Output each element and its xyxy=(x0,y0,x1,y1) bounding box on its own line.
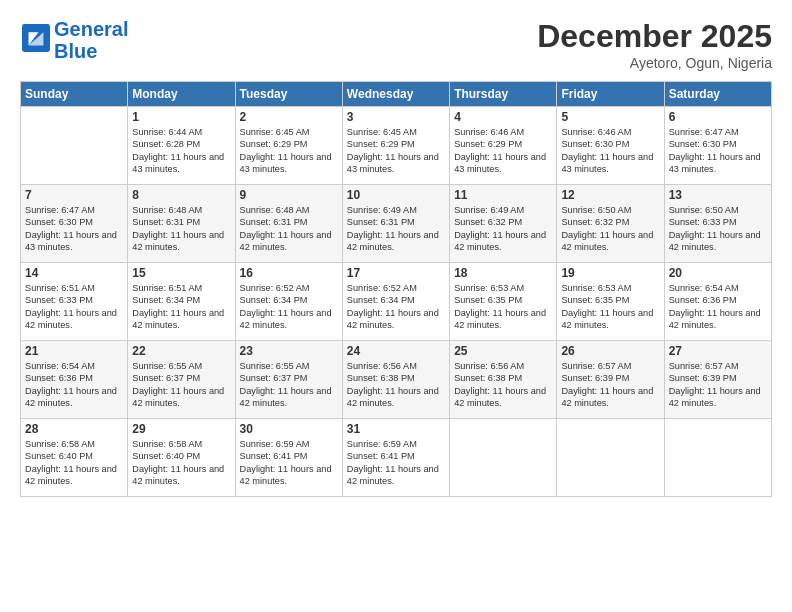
day-info: Sunrise: 6:58 AMSunset: 6:40 PMDaylight:… xyxy=(25,438,123,488)
day-cell: 10Sunrise: 6:49 AMSunset: 6:31 PMDayligh… xyxy=(342,185,449,263)
title-block: December 2025 Ayetoro, Ogun, Nigeria xyxy=(537,18,772,71)
day-number: 11 xyxy=(454,188,552,202)
day-header-wednesday: Wednesday xyxy=(342,82,449,107)
day-number: 20 xyxy=(669,266,767,280)
day-number: 3 xyxy=(347,110,445,124)
day-cell: 20Sunrise: 6:54 AMSunset: 6:36 PMDayligh… xyxy=(664,263,771,341)
day-number: 13 xyxy=(669,188,767,202)
day-info: Sunrise: 6:53 AMSunset: 6:35 PMDaylight:… xyxy=(561,282,659,332)
day-info: Sunrise: 6:50 AMSunset: 6:33 PMDaylight:… xyxy=(669,204,767,254)
day-info: Sunrise: 6:56 AMSunset: 6:38 PMDaylight:… xyxy=(347,360,445,410)
day-info: Sunrise: 6:48 AMSunset: 6:31 PMDaylight:… xyxy=(240,204,338,254)
day-number: 16 xyxy=(240,266,338,280)
day-cell: 12Sunrise: 6:50 AMSunset: 6:32 PMDayligh… xyxy=(557,185,664,263)
day-info: Sunrise: 6:45 AMSunset: 6:29 PMDaylight:… xyxy=(347,126,445,176)
day-cell: 15Sunrise: 6:51 AMSunset: 6:34 PMDayligh… xyxy=(128,263,235,341)
day-number: 10 xyxy=(347,188,445,202)
day-number: 25 xyxy=(454,344,552,358)
day-header-monday: Monday xyxy=(128,82,235,107)
day-info: Sunrise: 6:52 AMSunset: 6:34 PMDaylight:… xyxy=(240,282,338,332)
day-info: Sunrise: 6:49 AMSunset: 6:32 PMDaylight:… xyxy=(454,204,552,254)
day-cell: 19Sunrise: 6:53 AMSunset: 6:35 PMDayligh… xyxy=(557,263,664,341)
day-number: 29 xyxy=(132,422,230,436)
day-number: 5 xyxy=(561,110,659,124)
day-cell xyxy=(21,107,128,185)
day-cell: 4Sunrise: 6:46 AMSunset: 6:29 PMDaylight… xyxy=(450,107,557,185)
day-cell: 13Sunrise: 6:50 AMSunset: 6:33 PMDayligh… xyxy=(664,185,771,263)
week-row-4: 28Sunrise: 6:58 AMSunset: 6:40 PMDayligh… xyxy=(21,419,772,497)
month-title: December 2025 xyxy=(537,18,772,55)
week-row-0: 1Sunrise: 6:44 AMSunset: 6:28 PMDaylight… xyxy=(21,107,772,185)
day-cell: 28Sunrise: 6:58 AMSunset: 6:40 PMDayligh… xyxy=(21,419,128,497)
day-cell: 25Sunrise: 6:56 AMSunset: 6:38 PMDayligh… xyxy=(450,341,557,419)
day-cell: 6Sunrise: 6:47 AMSunset: 6:30 PMDaylight… xyxy=(664,107,771,185)
week-row-3: 21Sunrise: 6:54 AMSunset: 6:36 PMDayligh… xyxy=(21,341,772,419)
day-number: 1 xyxy=(132,110,230,124)
day-info: Sunrise: 6:47 AMSunset: 6:30 PMDaylight:… xyxy=(25,204,123,254)
day-number: 8 xyxy=(132,188,230,202)
day-number: 17 xyxy=(347,266,445,280)
logo-text-blue: Blue xyxy=(54,40,128,62)
day-cell: 21Sunrise: 6:54 AMSunset: 6:36 PMDayligh… xyxy=(21,341,128,419)
calendar-table: SundayMondayTuesdayWednesdayThursdayFrid… xyxy=(20,81,772,497)
day-number: 12 xyxy=(561,188,659,202)
day-cell: 26Sunrise: 6:57 AMSunset: 6:39 PMDayligh… xyxy=(557,341,664,419)
day-info: Sunrise: 6:44 AMSunset: 6:28 PMDaylight:… xyxy=(132,126,230,176)
day-number: 27 xyxy=(669,344,767,358)
day-number: 21 xyxy=(25,344,123,358)
day-cell: 30Sunrise: 6:59 AMSunset: 6:41 PMDayligh… xyxy=(235,419,342,497)
day-info: Sunrise: 6:45 AMSunset: 6:29 PMDaylight:… xyxy=(240,126,338,176)
day-cell: 8Sunrise: 6:48 AMSunset: 6:31 PMDaylight… xyxy=(128,185,235,263)
day-cell: 29Sunrise: 6:58 AMSunset: 6:40 PMDayligh… xyxy=(128,419,235,497)
day-cell: 2Sunrise: 6:45 AMSunset: 6:29 PMDaylight… xyxy=(235,107,342,185)
day-info: Sunrise: 6:58 AMSunset: 6:40 PMDaylight:… xyxy=(132,438,230,488)
day-cell: 5Sunrise: 6:46 AMSunset: 6:30 PMDaylight… xyxy=(557,107,664,185)
day-cell: 27Sunrise: 6:57 AMSunset: 6:39 PMDayligh… xyxy=(664,341,771,419)
day-cell: 7Sunrise: 6:47 AMSunset: 6:30 PMDaylight… xyxy=(21,185,128,263)
header: General Blue December 2025 Ayetoro, Ogun… xyxy=(20,18,772,71)
day-info: Sunrise: 6:51 AMSunset: 6:33 PMDaylight:… xyxy=(25,282,123,332)
day-cell: 9Sunrise: 6:48 AMSunset: 6:31 PMDaylight… xyxy=(235,185,342,263)
logo-text: General xyxy=(54,18,128,40)
day-info: Sunrise: 6:49 AMSunset: 6:31 PMDaylight:… xyxy=(347,204,445,254)
day-number: 15 xyxy=(132,266,230,280)
day-cell: 22Sunrise: 6:55 AMSunset: 6:37 PMDayligh… xyxy=(128,341,235,419)
day-number: 7 xyxy=(25,188,123,202)
day-number: 2 xyxy=(240,110,338,124)
day-number: 18 xyxy=(454,266,552,280)
day-info: Sunrise: 6:57 AMSunset: 6:39 PMDaylight:… xyxy=(669,360,767,410)
svg-rect-0 xyxy=(22,24,50,52)
day-header-friday: Friday xyxy=(557,82,664,107)
header-row: SundayMondayTuesdayWednesdayThursdayFrid… xyxy=(21,82,772,107)
day-number: 23 xyxy=(240,344,338,358)
day-number: 31 xyxy=(347,422,445,436)
day-info: Sunrise: 6:52 AMSunset: 6:34 PMDaylight:… xyxy=(347,282,445,332)
day-number: 22 xyxy=(132,344,230,358)
day-cell: 18Sunrise: 6:53 AMSunset: 6:35 PMDayligh… xyxy=(450,263,557,341)
day-cell: 1Sunrise: 6:44 AMSunset: 6:28 PMDaylight… xyxy=(128,107,235,185)
logo: General Blue xyxy=(20,18,128,62)
week-row-2: 14Sunrise: 6:51 AMSunset: 6:33 PMDayligh… xyxy=(21,263,772,341)
day-cell: 3Sunrise: 6:45 AMSunset: 6:29 PMDaylight… xyxy=(342,107,449,185)
day-number: 26 xyxy=(561,344,659,358)
day-info: Sunrise: 6:55 AMSunset: 6:37 PMDaylight:… xyxy=(132,360,230,410)
day-info: Sunrise: 6:55 AMSunset: 6:37 PMDaylight:… xyxy=(240,360,338,410)
day-info: Sunrise: 6:53 AMSunset: 6:35 PMDaylight:… xyxy=(454,282,552,332)
week-row-1: 7Sunrise: 6:47 AMSunset: 6:30 PMDaylight… xyxy=(21,185,772,263)
day-info: Sunrise: 6:46 AMSunset: 6:29 PMDaylight:… xyxy=(454,126,552,176)
day-cell: 23Sunrise: 6:55 AMSunset: 6:37 PMDayligh… xyxy=(235,341,342,419)
day-cell: 11Sunrise: 6:49 AMSunset: 6:32 PMDayligh… xyxy=(450,185,557,263)
calendar-page: General Blue December 2025 Ayetoro, Ogun… xyxy=(0,0,792,612)
day-info: Sunrise: 6:59 AMSunset: 6:41 PMDaylight:… xyxy=(347,438,445,488)
day-number: 30 xyxy=(240,422,338,436)
day-info: Sunrise: 6:57 AMSunset: 6:39 PMDaylight:… xyxy=(561,360,659,410)
day-number: 19 xyxy=(561,266,659,280)
day-header-tuesday: Tuesday xyxy=(235,82,342,107)
day-cell xyxy=(557,419,664,497)
day-info: Sunrise: 6:59 AMSunset: 6:41 PMDaylight:… xyxy=(240,438,338,488)
day-cell xyxy=(450,419,557,497)
day-number: 4 xyxy=(454,110,552,124)
day-cell: 31Sunrise: 6:59 AMSunset: 6:41 PMDayligh… xyxy=(342,419,449,497)
day-info: Sunrise: 6:47 AMSunset: 6:30 PMDaylight:… xyxy=(669,126,767,176)
location: Ayetoro, Ogun, Nigeria xyxy=(537,55,772,71)
